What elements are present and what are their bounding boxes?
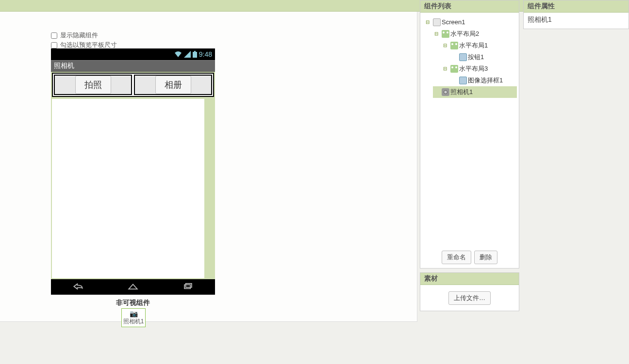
tree-item-camera1[interactable]: ⊟ 照相机1 bbox=[433, 86, 517, 98]
show-hidden-checkbox-label[interactable]: 显示隐藏组件 bbox=[51, 31, 117, 40]
properties-panel: 组件属性 照相机1 bbox=[523, 0, 629, 29]
phone-time: 9:48 bbox=[199, 50, 212, 58]
nonvisible-camera-label: 照相机1 bbox=[123, 318, 144, 325]
back-icon bbox=[71, 282, 85, 291]
show-hidden-text: 显示隐藏组件 bbox=[60, 32, 98, 39]
preview-options: 显示隐藏组件 勾选以预览平板尺寸 bbox=[51, 31, 117, 50]
camera-icon: 📷 bbox=[122, 310, 145, 317]
components-panel-header: 组件列表 bbox=[420, 0, 519, 13]
tree-item-h3[interactable]: ⊟ 水平布局3 bbox=[442, 63, 517, 75]
expand-icon[interactable]: ⊟ bbox=[443, 43, 447, 48]
media-panel-header: 素材 bbox=[420, 273, 519, 285]
preview-layout-h1[interactable]: 拍照 bbox=[54, 75, 132, 95]
layout-icon bbox=[442, 30, 449, 38]
properties-selected-name: 照相机1 bbox=[524, 13, 629, 27]
upload-area: 上传文件… bbox=[420, 285, 519, 311]
rename-button[interactable]: 重命名 bbox=[442, 251, 471, 264]
upload-button[interactable]: 上传文件… bbox=[448, 291, 491, 305]
workspace-panel: 显示隐藏组件 勾选以预览平板尺寸 9:48 照相机 拍照 相册 bbox=[0, 12, 417, 322]
tree-label-h2: 水平布局2 bbox=[450, 29, 479, 39]
expand-icon[interactable]: ⊟ bbox=[425, 20, 430, 25]
tree-label-imgpick1: 图像选择框1 bbox=[468, 75, 503, 86]
tree-label-camera1: 照相机1 bbox=[450, 87, 473, 97]
tree-item-h2[interactable]: ⊟ 水平布局2 bbox=[433, 28, 517, 40]
delete-button[interactable]: 删除 bbox=[474, 251, 497, 264]
imagepicker-icon bbox=[459, 77, 467, 84]
show-hidden-checkbox[interactable] bbox=[51, 32, 57, 39]
tree-label-h3: 水平布局3 bbox=[459, 63, 488, 74]
preview-layout-h2[interactable]: 拍照 相册 bbox=[52, 73, 214, 97]
preview-button-photo[interactable]: 拍照 bbox=[75, 76, 111, 94]
tree-actions: 重命名 删除 bbox=[420, 247, 519, 268]
tree-item-h1[interactable]: ⊟ 水平布局1 bbox=[442, 40, 517, 51]
phone-nav-bar bbox=[51, 279, 215, 294]
phone-mock: 9:48 照相机 拍照 相册 bbox=[51, 48, 215, 295]
layout-icon bbox=[450, 42, 458, 49]
recent-icon bbox=[181, 282, 195, 291]
tree-item-screen1[interactable]: ⊟ Screen1 bbox=[424, 16, 517, 28]
layout-icon bbox=[450, 65, 458, 73]
phone-app-title: 照相机 bbox=[51, 60, 215, 72]
phone-status-bar: 9:48 bbox=[51, 48, 215, 60]
nonvisible-camera-item[interactable]: 📷 照相机1 bbox=[121, 308, 146, 327]
preview-layout-h3[interactable]: 相册 bbox=[134, 75, 212, 95]
media-panel: 素材 上传文件… bbox=[420, 272, 519, 311]
camera-icon bbox=[442, 88, 449, 96]
battery-icon bbox=[193, 51, 197, 58]
components-tree: ⊟ Screen1 ⊟ 水平布局2 bbox=[420, 13, 519, 247]
preview-button-album[interactable]: 相册 bbox=[155, 76, 191, 94]
tree-label-h1: 水平布局1 bbox=[459, 40, 488, 51]
properties-panel-header: 组件属性 bbox=[524, 0, 629, 13]
home-icon bbox=[126, 282, 140, 291]
preview-empty-area[interactable] bbox=[52, 99, 204, 278]
svg-rect-0 bbox=[193, 52, 197, 58]
expand-icon[interactable]: ⊟ bbox=[434, 32, 439, 36]
tree-item-btn1[interactable]: ⊟ 按钮1 bbox=[450, 51, 517, 63]
screen-icon bbox=[433, 18, 441, 26]
nonvisible-section-label: 非可视组件 bbox=[51, 299, 215, 307]
button-icon bbox=[459, 53, 467, 61]
components-panel: 组件列表 ⊟ Screen1 ⊟ 水平布局2 bbox=[420, 0, 519, 269]
phone-body[interactable]: 拍照 相册 bbox=[51, 72, 215, 279]
tree-label-screen1: Screen1 bbox=[442, 17, 465, 28]
tree-label-btn1: 按钮1 bbox=[468, 52, 484, 63]
svg-rect-1 bbox=[194, 51, 196, 52]
tree-item-imgpick1[interactable]: ⊟ 图像选择框1 bbox=[450, 75, 517, 86]
expand-icon[interactable]: ⊟ bbox=[443, 66, 447, 71]
signal-icon bbox=[184, 51, 191, 58]
wifi-icon bbox=[174, 51, 182, 58]
tablet-preview-text: 勾选以预览平板尺寸 bbox=[60, 41, 117, 48]
tablet-preview-checkbox[interactable] bbox=[51, 42, 57, 48]
